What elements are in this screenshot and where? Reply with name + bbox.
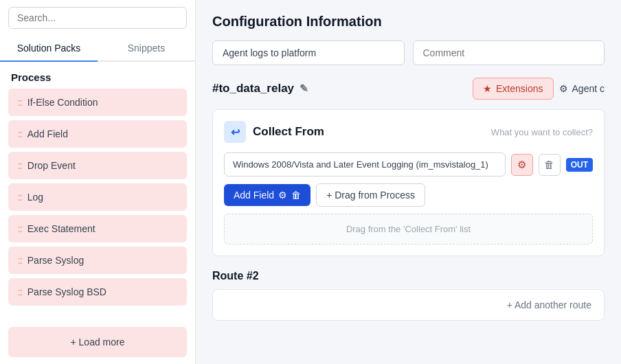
- drag-handle-icon: ::: [18, 192, 22, 202]
- drag-handle-icon: ::: [18, 287, 22, 297]
- list-item[interactable]: :: Drop Event: [8, 152, 187, 179]
- route2-section: Route #2 + Add another route: [212, 270, 605, 321]
- edit-icon[interactable]: ✎: [300, 82, 308, 95]
- list-item[interactable]: :: Parse Syslog: [8, 247, 187, 274]
- add-field-settings-icon: ⚙: [278, 190, 287, 201]
- extensions-button[interactable]: ★ Extensions: [473, 78, 553, 100]
- list-item[interactable]: :: If-Else Condition: [8, 89, 187, 116]
- load-more-button[interactable]: + Load more: [8, 327, 187, 357]
- route-title-text: #to_data_relay: [212, 82, 294, 95]
- route-actions: ★ Extensions ⚙ Agent c: [473, 78, 605, 100]
- gear-icon: ⚙: [559, 83, 568, 94]
- settings-icon: ⚙: [517, 159, 526, 171]
- process-section: Process :: If-Else Condition :: Add Fiel…: [0, 62, 195, 320]
- field-actions: Add Field ⚙ 🗑 + Drag from Process: [224, 183, 593, 207]
- collect-from-card: ↩ Collect From What you want to collect?…: [212, 109, 605, 256]
- drag-handle-icon: ::: [18, 255, 22, 265]
- sidebar: Solution Packs Snippets Process :: If-El…: [0, 0, 196, 364]
- list-item[interactable]: :: Exec Statement: [8, 215, 187, 242]
- route-header: #to_data_relay ✎ ★ Extensions ⚙ Agent c: [212, 78, 605, 100]
- trash-icon: 🗑: [544, 159, 554, 170]
- drag-handle-icon: ::: [18, 161, 22, 170]
- star-icon: ★: [483, 83, 492, 94]
- list-item[interactable]: :: Add Field: [8, 120, 187, 148]
- process-section-header: Process: [0, 62, 195, 89]
- tab-solution-packs[interactable]: Solution Packs: [0, 36, 98, 62]
- add-field-trash-icon: 🗑: [291, 190, 301, 201]
- out-badge: OUT: [566, 158, 593, 172]
- top-inputs: [212, 41, 605, 65]
- agent-logs-input[interactable]: [212, 41, 405, 65]
- route2-label: Route #2: [212, 270, 605, 282]
- page-title: Configuration Information: [212, 14, 605, 30]
- process-list: :: If-Else Condition :: Add Field :: Dro…: [0, 89, 195, 306]
- main-panel: Configuration Information #to_data_relay…: [196, 0, 621, 364]
- drag-from-process-button[interactable]: + Drag from Process: [316, 183, 425, 207]
- collect-card-header: ↩ Collect From What you want to collect?: [224, 121, 593, 143]
- source-input[interactable]: [224, 152, 506, 177]
- source-row: ⚙ 🗑 OUT: [224, 152, 593, 177]
- drag-handle-icon: ::: [18, 224, 22, 234]
- comment-input[interactable]: [413, 41, 605, 65]
- add-route-button[interactable]: + Add another route: [212, 289, 605, 321]
- list-item[interactable]: :: Parse Syslog BSD: [8, 278, 187, 306]
- route-title: #to_data_relay ✎: [212, 82, 308, 95]
- drag-handle-icon: ::: [18, 98, 22, 107]
- add-field-button[interactable]: Add Field ⚙ 🗑: [224, 184, 310, 206]
- collect-drop-zone: Drag from the 'Collect From' list: [224, 214, 593, 244]
- agent-button[interactable]: ⚙ Agent c: [559, 83, 605, 94]
- tab-snippets[interactable]: Snippets: [98, 36, 195, 62]
- drag-handle-icon: ::: [18, 129, 22, 139]
- collect-title: ↩ Collect From: [224, 121, 324, 143]
- source-settings-button[interactable]: ⚙: [511, 154, 533, 176]
- tabs: Solution Packs Snippets: [0, 36, 195, 62]
- collect-hint: What you want to collect?: [491, 127, 593, 137]
- search-input[interactable]: [8, 7, 187, 29]
- list-item[interactable]: :: Log: [8, 183, 187, 211]
- collect-icon: ↩: [224, 121, 246, 143]
- source-delete-button[interactable]: 🗑: [539, 154, 561, 176]
